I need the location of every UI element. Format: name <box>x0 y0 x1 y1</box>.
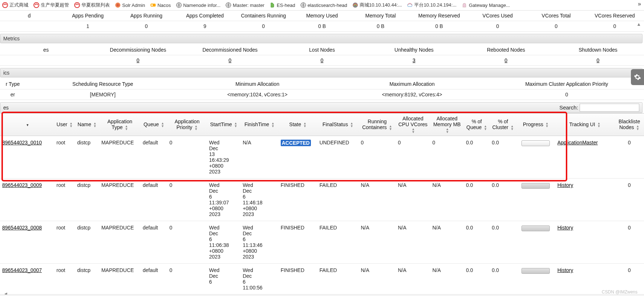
apps-col-header[interactable]: FinishTime ▲▼ <box>240 113 278 136</box>
cell: N/A <box>430 221 464 264</box>
bookmark-item[interactable]: 生产华夏超管 <box>33 2 69 8</box>
bookmark-item[interactable]: Solr Admin <box>115 2 145 8</box>
cell: MAPREDUCE <box>99 264 141 295</box>
bookmark-overflow-icon[interactable]: » <box>638 1 641 7</box>
col-header: Lost Nodes <box>276 45 368 55</box>
sort-icon: ▼ <box>26 124 29 127</box>
apps-col-header[interactable]: FinalStatus ▲▼ <box>317 113 359 136</box>
cell: 0 <box>167 179 207 221</box>
bookmark-label: 生产华夏超管 <box>41 2 69 8</box>
apps-col-header[interactable]: Queue ▲▼ <box>140 113 167 136</box>
cell: 9 <box>176 21 234 32</box>
metric-link[interactable]: 0 <box>229 57 232 63</box>
cell: default <box>140 136 167 179</box>
cell <box>516 136 555 179</box>
bookmark-label: Nacos <box>157 3 171 8</box>
apps-col-header[interactable]: User ▲▼ <box>54 113 75 136</box>
col-header: Apps Running <box>117 11 176 21</box>
bookmark-bar: 正式商城生产华夏超管华夏权限列表Solr AdminNacosNamenode … <box>0 0 644 11</box>
col-header: d <box>0 11 59 21</box>
section-ics: ics <box>0 68 643 77</box>
col-header: VCores Total <box>527 11 585 21</box>
tracking-link[interactable]: History <box>557 182 573 188</box>
apps-col-header[interactable]: % of Cluster ▲▼ <box>490 113 516 136</box>
apps-col-header[interactable]: Application Type ▲▼ <box>99 113 141 136</box>
apps-title: es <box>3 105 9 111</box>
metric-link[interactable]: 0 <box>505 57 508 63</box>
bookmark-item[interactable]: Namenode infor... <box>176 2 221 8</box>
metric-link[interactable]: 0 <box>321 57 324 63</box>
cell: UNDEFINED <box>317 136 359 179</box>
apps-col-header[interactable]: Name ▲▼ <box>75 113 99 136</box>
cell: root <box>54 264 75 295</box>
node-metrics-table: esDecommissioning NodesDecommissioned No… <box>0 45 644 66</box>
cell: 0 <box>615 179 644 221</box>
apps-col-header[interactable]: % of Queue ▲▼ <box>464 113 489 136</box>
sort-icon: ▲▼ <box>446 128 449 133</box>
cell: 0 <box>430 136 464 179</box>
metric-link[interactable]: 0 <box>597 57 600 63</box>
scheduler-table: r TypeScheduling Resource TypeMinimum Al… <box>0 79 644 100</box>
bookmark-item[interactable]: 华夏权限列表 <box>74 2 110 8</box>
bookmark-icon <box>2 2 8 8</box>
bookmark-item[interactable]: elasticsearch-head <box>300 2 347 8</box>
col-header: Containers Running <box>234 11 293 21</box>
cell: N/A <box>359 221 396 264</box>
cell: 0 <box>552 55 644 66</box>
bookmark-icon <box>33 2 39 8</box>
bookmark-icon <box>150 2 156 8</box>
apps-col-header[interactable]: ▼ <box>0 113 54 136</box>
scroll-up-icon[interactable]: ▲ <box>636 21 641 27</box>
cell: 0.0 <box>490 179 516 221</box>
tracking-link[interactable]: History <box>557 225 573 231</box>
bookmark-label: 正式商城 <box>9 2 28 8</box>
bookmark-item[interactable]: Master: master <box>225 2 264 8</box>
apps-col-header[interactable]: Application Priority ▲▼ <box>167 113 207 136</box>
application-id-link[interactable]: 896544023_0007 <box>2 267 42 273</box>
bookmark-item[interactable]: Nacos <box>150 2 171 8</box>
bookmark-item[interactable]: 正式商城 <box>2 2 28 8</box>
settings-gear-button[interactable] <box>631 69 644 85</box>
application-id-link[interactable]: 896544023_0010 <box>2 140 42 145</box>
cell: WedDec611:46:18+08002023 <box>240 179 278 221</box>
col-header: Shutdown Nodes <box>552 45 644 55</box>
bookmark-item[interactable]: 平台10.10.24.194:... <box>407 2 456 8</box>
cell: 0 <box>527 21 585 32</box>
svg-rect-5 <box>151 4 153 6</box>
footer-watermark: CSDN @IMZwens <box>602 289 637 295</box>
cell <box>0 55 92 66</box>
sort-icon: ▲▼ <box>389 125 392 131</box>
bookmark-item[interactable]: 商城10.10.140.44:... <box>352 2 402 8</box>
scrollbar-left-icon[interactable] <box>4 290 8 294</box>
progress-bar <box>521 140 550 146</box>
tracking-link[interactable]: ApplicationMaster <box>557 140 598 145</box>
bookmark-item[interactable]: ES-head <box>269 2 295 8</box>
metric-link[interactable]: 0 <box>137 57 140 63</box>
tracking-link[interactable]: History <box>557 267 573 273</box>
apps-col-header[interactable]: Blackliste Nodes ▲▼ <box>615 113 644 136</box>
cell <box>516 221 555 264</box>
apps-col-header[interactable]: Allocated CPU VCores ▲▼ <box>396 113 430 136</box>
sort-icon: ▲▼ <box>412 128 415 133</box>
bookmark-icon <box>269 2 275 8</box>
application-id-link[interactable]: 896544023_0008 <box>2 225 42 231</box>
apps-col-header[interactable]: Allocated Memory MB ▲▼ <box>430 113 464 136</box>
cell: [MEMORY] <box>25 89 180 100</box>
cell: 0.0 <box>490 221 516 264</box>
apps-col-header[interactable]: State ▲▼ <box>279 113 317 136</box>
cell: 0.0 <box>490 136 516 179</box>
cell: distcp <box>75 221 99 264</box>
apps-col-header[interactable]: Progress ▲▼ <box>516 113 555 136</box>
metric-link[interactable]: 3 <box>413 57 416 63</box>
apps-col-header[interactable]: Tracking UI ▲▼ <box>555 113 615 136</box>
bookmark-item[interactable]: Gateway Manage... <box>461 2 510 8</box>
state-accepted-badge: ACCEPTED <box>281 140 311 146</box>
col-header: Rebooted Nodes <box>460 45 552 55</box>
apps-col-header[interactable]: StartTime ▲▼ <box>207 113 240 136</box>
col-header: Memory Reserved <box>410 11 468 21</box>
sort-icon: ▲▼ <box>636 125 639 131</box>
cell: FINISHED <box>279 221 317 264</box>
application-id-link[interactable]: 896544023_0009 <box>2 182 42 188</box>
search-input[interactable] <box>580 104 639 112</box>
apps-col-header[interactable]: Running Containers ▲▼ <box>359 113 396 136</box>
